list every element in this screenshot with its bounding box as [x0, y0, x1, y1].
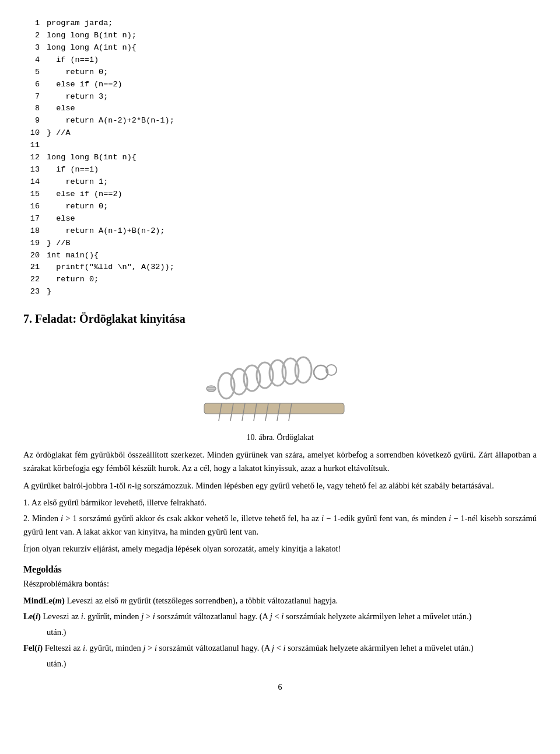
paragraph-2: A gyűrűket balról-jobbra 1-től n-ig sors…	[23, 479, 537, 493]
svg-rect-18	[206, 388, 216, 390]
def-le: Le(i) Leveszi az i. gyűrűt, minden j > i…	[23, 610, 537, 623]
line-number: 18	[23, 225, 40, 238]
figure-number: 10.	[246, 433, 257, 442]
code-line: 3long long A(int n){	[23, 42, 537, 54]
line-number: 2	[23, 30, 40, 42]
line-number: 10	[23, 127, 40, 139]
line-number: 8	[23, 103, 40, 115]
code-line: 16 return 0;	[23, 201, 537, 213]
line-code: } //A	[47, 127, 71, 139]
code-line: 21 printf("%lld \n", A(32));	[23, 261, 537, 274]
line-number: 9	[23, 115, 40, 127]
line-number: 12	[23, 152, 40, 164]
code-line: 15 else if (n==2)	[23, 188, 537, 201]
code-line: 8 else	[23, 103, 537, 115]
code-line: 7 return 3;	[23, 91, 537, 103]
code-line: 5 return 0;	[23, 67, 537, 79]
line-number: 16	[23, 201, 40, 213]
code-line: 18 return A(n-1)+B(n-2);	[23, 225, 537, 238]
def-term-mindle: MindLe(m)	[23, 596, 65, 605]
line-code: program jarda;	[47, 18, 113, 30]
line-code: long long A(int n){	[47, 42, 136, 54]
line-code: printf("%lld \n", A(32));	[47, 261, 174, 274]
line-code: else if (n==2)	[47, 188, 123, 201]
svg-rect-0	[204, 403, 344, 414]
def-fel-indent: után.)	[47, 657, 537, 671]
line-code: return 0;	[47, 67, 108, 79]
svg-point-15	[314, 365, 328, 379]
paragraph-1: Az ördöglakat fém gyűrűkből összeállítot…	[23, 448, 537, 475]
code-line: 9 return A(n-2)+2*B(n-1);	[23, 115, 537, 127]
code-line: 6 else if (n==2)	[23, 79, 537, 91]
line-code: }	[47, 286, 51, 298]
code-line: 17 else	[23, 213, 537, 225]
code-line: 22 return 0;	[23, 274, 537, 286]
line-code: else	[47, 103, 75, 115]
line-number: 15	[23, 188, 40, 201]
lock-illustration	[187, 336, 373, 430]
line-code: return A(n-1)+B(n-2);	[47, 225, 165, 238]
line-code: else	[47, 213, 75, 225]
line-code: return 3;	[47, 91, 108, 103]
line-number: 21	[23, 261, 40, 274]
line-number: 14	[23, 176, 40, 188]
line-number: 5	[23, 67, 40, 79]
solution-title: Megoldás	[23, 564, 537, 575]
line-number: 11	[23, 139, 40, 152]
page-number: 6	[23, 683, 537, 692]
line-number: 23	[23, 286, 40, 298]
solution-subtitle: Részproblémákra bontás:	[23, 577, 537, 591]
code-block: 1program jarda;2long long B(int n);3long…	[23, 18, 537, 298]
code-line: 20int main(){	[23, 250, 537, 262]
figure-area: 10. ábra. Ördöglakat	[23, 336, 537, 442]
section-number: 7.	[23, 312, 32, 325]
line-number: 7	[23, 91, 40, 103]
figure-caption-text: ábra. Ördöglakat	[258, 433, 313, 442]
line-number: 1	[23, 18, 40, 30]
def-mindle: MindLe(m) Leveszi az első m gyűrűt (tets…	[23, 594, 537, 608]
code-line: 14 return 1;	[23, 176, 537, 188]
line-code: if (n==1)	[47, 54, 99, 67]
line-code: return 0;	[47, 201, 108, 213]
section-title: 7. Feladat: Ördöglakat kinyitása	[23, 312, 537, 326]
solution-title-text: Megoldás	[23, 564, 62, 574]
line-number: 22	[23, 274, 40, 286]
def-term-fel: Fel(i)	[23, 643, 43, 652]
line-code: return 1;	[47, 176, 108, 188]
figure-caption: 10. ábra. Ördöglakat	[246, 433, 313, 442]
def-fel: Fel(i) Felteszi az i. gyűrűt, minden j >…	[23, 641, 537, 655]
code-line: 23}	[23, 286, 537, 298]
line-code: long long B(int n){	[47, 152, 136, 164]
line-code: return A(n-2)+2*B(n-1);	[47, 115, 174, 127]
rule-2: 2. Minden i > 1 sorszámú gyűrű akkor és …	[23, 512, 537, 539]
line-number: 4	[23, 54, 40, 67]
line-code: } //B	[47, 238, 71, 250]
line-code: return 0;	[47, 274, 99, 286]
code-line: 12long long B(int n){	[23, 152, 537, 164]
code-line: 11	[23, 139, 537, 152]
line-number: 19	[23, 238, 40, 250]
line-number: 13	[23, 164, 40, 176]
line-number: 3	[23, 42, 40, 54]
line-code: int main(){	[47, 250, 99, 262]
svg-point-14	[295, 357, 312, 383]
line-number: 20	[23, 250, 40, 262]
def-term-le: Le(i)	[23, 612, 41, 621]
code-line: 2long long B(int n);	[23, 30, 537, 42]
code-line: 13 if (n==1)	[23, 164, 537, 176]
line-code: long long B(int n);	[47, 30, 136, 42]
line-code: if (n==1)	[47, 164, 99, 176]
solution-subtitle-text: Részproblémákra bontás:	[23, 579, 109, 588]
rule-1: 1. Az első gyűrű bármikor levehető, ille…	[23, 496, 537, 509]
line-number: 6	[23, 79, 40, 91]
line-code: else if (n==2)	[47, 79, 123, 91]
code-line: 10} //A	[23, 127, 537, 139]
section-title-text: Feladat: Ördöglakat kinyitása	[35, 312, 186, 325]
def-le-indent: után.)	[47, 626, 537, 639]
page-num-text: 6	[278, 683, 282, 692]
code-line: 4 if (n==1)	[23, 54, 537, 67]
code-line: 1program jarda;	[23, 18, 537, 30]
paragraph-task: Írjon olyan rekurzív eljárást, amely meg…	[23, 542, 537, 556]
line-number: 17	[23, 213, 40, 225]
code-line: 19} //B	[23, 238, 537, 250]
